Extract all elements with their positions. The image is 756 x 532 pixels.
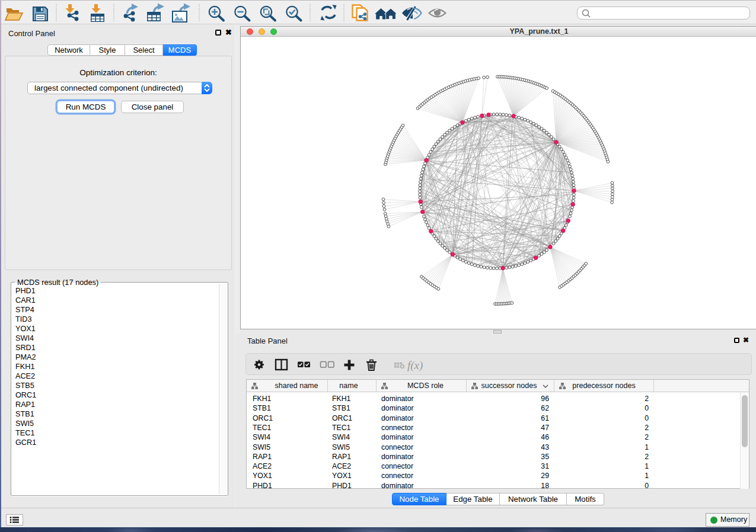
svg-text:f(x): f(x) <box>407 359 423 372</box>
